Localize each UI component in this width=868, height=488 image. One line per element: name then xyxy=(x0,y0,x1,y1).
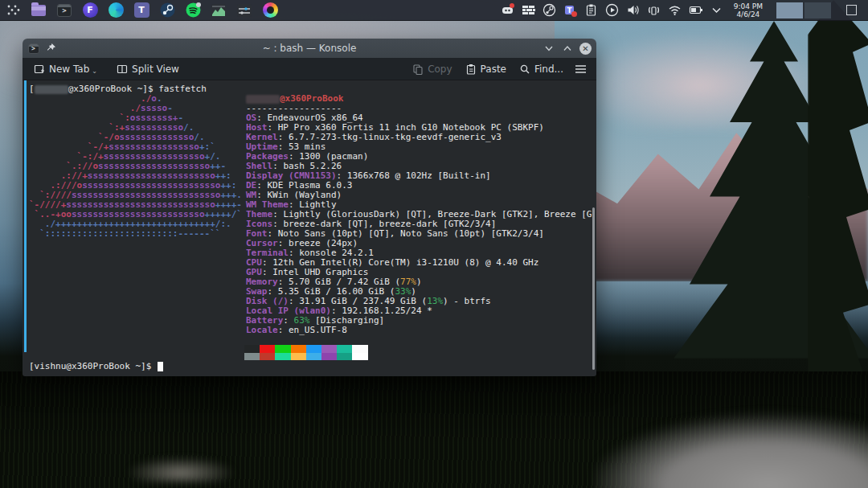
split-view-button[interactable]: Split View xyxy=(112,61,184,77)
palette-swatch xyxy=(321,353,337,361)
palette-swatch xyxy=(244,345,260,353)
palette-swatch xyxy=(260,353,275,361)
palette-swatch xyxy=(321,345,337,353)
terminal-content[interactable]: [@x360ProBook ~]$ fastfetch ./o. ./sssso… xyxy=(23,80,596,376)
fastfetch-info: @x360ProBook ------------------ OS: Ende… xyxy=(246,94,592,335)
new-tab-button[interactable]: New Tab ⌄ xyxy=(29,60,102,77)
spotify-icon[interactable] xyxy=(185,2,201,18)
teams-tray-icon[interactable]: T xyxy=(563,3,577,17)
palette-swatch xyxy=(352,353,367,361)
taskbar: > F T xyxy=(0,0,868,21)
palette-swatch xyxy=(306,353,321,361)
palette-swatch xyxy=(337,353,352,361)
window-titlebar[interactable]: > ~ : bash — Konsole ✕ xyxy=(23,39,596,58)
pager-desktop-2[interactable] xyxy=(805,2,831,18)
find-icon xyxy=(519,64,530,75)
edge-browser-icon[interactable] xyxy=(108,2,124,18)
palette-swatch xyxy=(244,353,260,361)
dolphin-icon[interactable] xyxy=(31,2,47,18)
steam-tray-icon[interactable] xyxy=(542,3,556,17)
hamburger-menu-button[interactable] xyxy=(571,62,590,76)
clipboard-icon[interactable] xyxy=(584,3,598,17)
steam-icon[interactable] xyxy=(159,2,175,18)
discord-badge xyxy=(510,3,514,8)
discord-icon[interactable] xyxy=(501,3,514,17)
spotify-badge xyxy=(196,2,201,7)
terminal-color-palette xyxy=(244,345,368,360)
media-player-icon[interactable] xyxy=(605,3,619,17)
expand-tray-chevron-icon[interactable] xyxy=(710,3,723,17)
color-wheel-app-icon[interactable] xyxy=(262,2,278,18)
clock-widget[interactable]: 9:04 PM 4/6/24 xyxy=(731,2,766,18)
scrolled-lines-indicator xyxy=(24,80,27,352)
close-button[interactable]: ✕ xyxy=(579,43,592,55)
fastfetch-entries: OS: EndeavourOS x86_64Host: HP Pro x360 … xyxy=(246,113,592,335)
clock-time: 9:04 PM xyxy=(734,2,763,10)
konsole-window: > ~ : bash — Konsole ✕ New Tab ⌄ Split V… xyxy=(23,39,596,376)
palette-swatch xyxy=(291,353,306,361)
find-button[interactable]: Find... xyxy=(514,61,568,77)
fastfetch-entry: Locale: en_US.UTF-8 xyxy=(246,326,592,335)
palette-swatch xyxy=(352,345,367,353)
wallpaper-snow xyxy=(121,458,241,482)
wallpaper-slope xyxy=(595,402,868,488)
minimize-button[interactable] xyxy=(542,42,555,55)
window-toolbar: New Tab ⌄ Split View Copy Paste Find... xyxy=(23,58,596,80)
konsole-icon[interactable]: > xyxy=(56,2,72,18)
firewall-bricks-icon[interactable] xyxy=(522,3,535,17)
maximize-button[interactable] xyxy=(561,42,574,55)
teams-icon[interactable]: T xyxy=(133,2,149,18)
paste-button[interactable]: Paste xyxy=(461,61,511,77)
taskbar-launchers: > F T xyxy=(0,2,278,18)
palette-swatch xyxy=(275,353,290,361)
hamburger-icon xyxy=(575,64,587,74)
terminal-scrollbar[interactable] xyxy=(592,207,595,370)
tweaks-icon[interactable] xyxy=(236,2,252,18)
kde-connect-icon[interactable] xyxy=(647,3,661,17)
palette-swatch xyxy=(306,345,321,353)
window-konsole-icon: > xyxy=(27,43,39,55)
show-desktop-button[interactable] xyxy=(846,5,857,15)
pager-desktop-1[interactable] xyxy=(776,2,803,18)
current-prompt-line: [vishnu@x360ProBook ~]$ xyxy=(29,362,163,371)
floorp-browser-icon[interactable]: F xyxy=(82,2,98,18)
desktop: > F T xyxy=(0,0,868,488)
palette-swatch xyxy=(260,345,275,353)
redacted-username xyxy=(35,85,68,94)
endeavouros-ascii-logo: ./o. ./sssso- `:osssssss+- `:+ssssssssss… xyxy=(29,94,242,239)
palette-swatch xyxy=(337,345,352,353)
copy-icon xyxy=(412,64,424,75)
redacted-username xyxy=(246,95,280,104)
app-launcher-icon[interactable] xyxy=(5,2,21,18)
virtual-desktop-pager xyxy=(776,2,831,18)
copy-button[interactable]: Copy xyxy=(407,61,457,77)
battery-icon[interactable] xyxy=(689,3,702,17)
split-view-icon xyxy=(117,64,128,75)
terminal-cursor xyxy=(158,362,163,371)
window-title: ~ : bash — Konsole xyxy=(23,43,596,54)
volume-icon[interactable] xyxy=(626,3,640,17)
pin-icon[interactable] xyxy=(46,41,56,56)
system-tray: T 9:04 P xyxy=(501,2,868,18)
palette-swatch xyxy=(291,345,306,353)
new-tab-icon xyxy=(34,64,45,75)
new-tab-caret-icon: ⌄ xyxy=(92,68,97,75)
teams-badge xyxy=(571,11,577,17)
clock-date: 4/6/24 xyxy=(734,10,763,18)
system-monitor-icon[interactable] xyxy=(211,2,227,18)
paste-icon xyxy=(465,64,477,75)
palette-swatch xyxy=(275,345,290,353)
wifi-icon[interactable] xyxy=(668,3,682,17)
